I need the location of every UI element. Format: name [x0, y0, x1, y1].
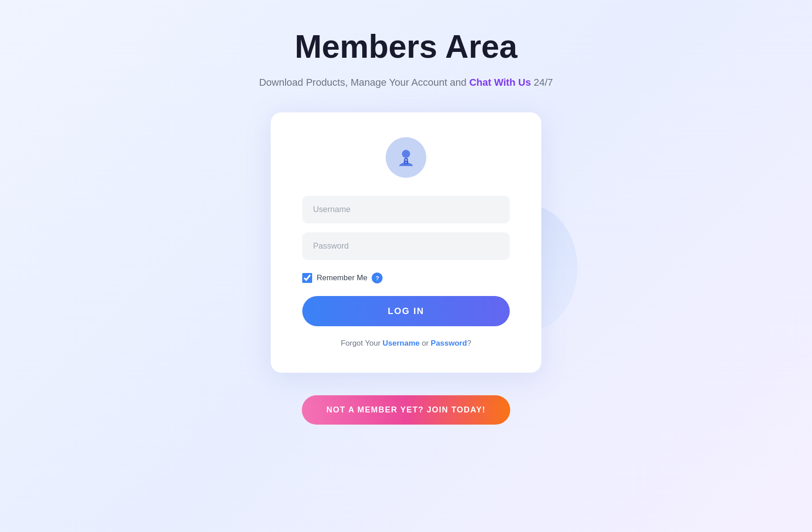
page-subtitle: Download Products, Manage Your Account a… [259, 75, 553, 90]
remember-me-checkbox[interactable] [302, 273, 312, 283]
login-card-wrapper: Remember Me ? LOG IN Forgot Your Usernam… [271, 112, 541, 373]
join-today-button[interactable]: NOT A MEMBER YET? JOIN TODAY! [302, 395, 511, 425]
forgot-text-end: ? [467, 339, 471, 347]
forgot-username-link[interactable]: Username [383, 339, 420, 347]
forgot-row: Forgot Your Username or Password? [341, 339, 471, 348]
login-card: Remember Me ? LOG IN Forgot Your Usernam… [271, 112, 541, 373]
forgot-text-start: Forgot Your [341, 339, 383, 347]
forgot-password-link[interactable]: Password [431, 339, 467, 347]
help-icon[interactable]: ? [372, 273, 383, 283]
page-header: Members Area Download Products, Manage Y… [259, 27, 553, 90]
password-input[interactable] [302, 232, 510, 260]
forgot-text-middle: or [420, 339, 431, 347]
page-title: Members Area [259, 27, 553, 66]
username-field-wrapper [302, 196, 510, 223]
svg-point-2 [406, 162, 407, 163]
subtitle-start: Download Products, Manage Your Account a… [259, 77, 469, 88]
username-input[interactable] [302, 196, 510, 223]
password-field-wrapper [302, 232, 510, 260]
login-button[interactable]: LOG IN [302, 296, 510, 326]
remember-me-label[interactable]: Remember Me [317, 273, 367, 282]
subtitle-end: 24/7 [531, 77, 553, 88]
svg-point-0 [402, 150, 410, 158]
user-lock-icon [386, 137, 426, 178]
remember-me-row: Remember Me ? [302, 273, 510, 283]
chat-with-us-link[interactable]: Chat With Us [469, 77, 531, 88]
